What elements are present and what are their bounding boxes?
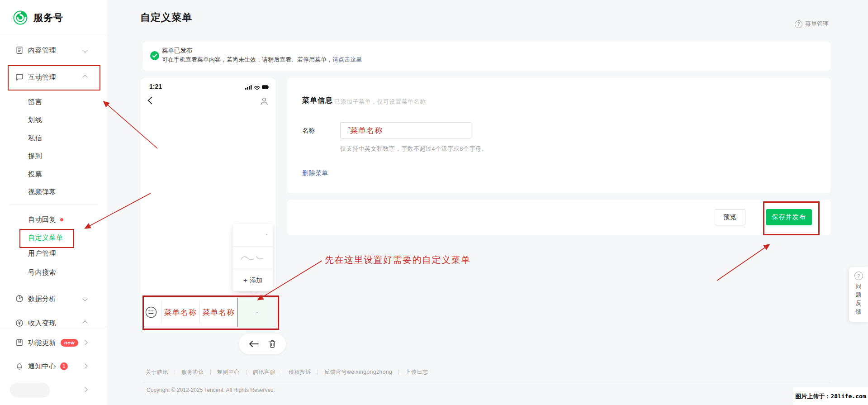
publish-status-banner: 菜单已发布 可在手机查看菜单内容，若尚未生效，请稍后查看。若停用菜单，请点击这里 bbox=[143, 42, 830, 71]
banner-title: 菜单已发布 bbox=[162, 47, 193, 55]
menu-info-panel: 菜单信息 已添加子菜单，仅可设置菜单名称 名称 菜单名称 仅支持中英文和数字，字… bbox=[287, 78, 830, 193]
submenu-item[interactable] bbox=[233, 247, 273, 269]
sidebar-item-account[interactable] bbox=[0, 381, 107, 399]
phone-preview: 1:21 bbox=[140, 78, 276, 327]
sidebar-item-label: 数据分析 bbox=[28, 295, 56, 303]
footer-separator bbox=[282, 370, 282, 375]
sidebar-item-user-mgmt[interactable]: 用户管理 bbox=[0, 244, 107, 262]
preview-button[interactable]: 预览 bbox=[715, 209, 745, 225]
sidebar-item-label: 私信 bbox=[28, 134, 42, 143]
signal-icon bbox=[245, 85, 252, 90]
sidebar-item-private-msg[interactable]: 私信 bbox=[0, 129, 107, 147]
footer-separator bbox=[246, 370, 247, 375]
success-check-icon bbox=[150, 51, 159, 60]
chevron-up-icon bbox=[82, 75, 87, 80]
question-circle-icon: ? bbox=[854, 272, 863, 280]
wechat-service-logo-icon bbox=[13, 10, 28, 25]
sidebar-item-interact-mgmt[interactable]: 互动管理 bbox=[0, 68, 107, 86]
sidebar-item-underline[interactable]: 划线 bbox=[0, 111, 107, 129]
wifi-icon bbox=[255, 86, 260, 89]
plus-icon: + bbox=[243, 276, 247, 285]
action-bar: 预览 保存并发布 bbox=[287, 200, 830, 235]
brand: 服务号 bbox=[13, 10, 63, 25]
wechat-official-account-admin: 服务号 内容管理 互动管理 留言 划线 私信 提到 投票 视频 bbox=[0, 0, 868, 405]
sidebar-item-label: 提到 bbox=[28, 152, 42, 161]
sidebar-item-feature-update[interactable]: 功能更新new bbox=[0, 334, 107, 352]
sidebar-bottom-panel: 功能更新new 通知中心1 bbox=[0, 327, 107, 405]
footer-link[interactable]: 反馈官号weixingongzhong bbox=[324, 368, 392, 376]
sidebar: 服务号 内容管理 互动管理 留言 划线 私信 提到 投票 视频 bbox=[0, 0, 107, 405]
submenu-popup: + 添加 bbox=[233, 224, 273, 291]
footer-link[interactable]: 关于腾讯 bbox=[146, 368, 168, 376]
sidebar-divider bbox=[9, 205, 98, 205]
sidebar-item-label-active: 自定义菜单 bbox=[28, 233, 63, 242]
footer-link[interactable]: 腾讯客服 bbox=[253, 368, 275, 376]
page-title: 自定义菜单 bbox=[140, 11, 192, 24]
contact-person-icon[interactable] bbox=[260, 97, 269, 106]
book-bookmark-icon bbox=[15, 338, 24, 347]
menu-slot-1[interactable]: 菜单名称 bbox=[161, 298, 199, 327]
document-icon bbox=[15, 46, 24, 54]
delete-menu-link[interactable]: 删除菜单 bbox=[302, 169, 328, 177]
sidebar-item-video-danmu[interactable]: 视频弹幕 bbox=[0, 183, 107, 201]
sidebar-item-data-analysis[interactable]: 数据分析 bbox=[0, 290, 107, 308]
sidebar-item-label: 收入变现 bbox=[28, 319, 56, 328]
name-helper-text: 仅支持中英文和数字，字数不超过4个汉字或8个字母。 bbox=[340, 145, 488, 153]
feedback-widget[interactable]: ? 问题反馈 bbox=[849, 267, 868, 322]
back-chevron-icon[interactable] bbox=[148, 97, 156, 105]
sidebar-item-account-search[interactable]: 号内搜索 bbox=[0, 263, 107, 281]
image-watermark: 图片上传于：28life.com bbox=[793, 387, 868, 405]
new-badge: new bbox=[61, 339, 78, 347]
sidebar-item-votes[interactable]: 投票 bbox=[0, 165, 107, 183]
submenu-item[interactable] bbox=[233, 224, 273, 247]
sidebar-item-label: 投票 bbox=[28, 170, 42, 179]
menu-management-help[interactable]: ? 菜单管理 bbox=[795, 20, 829, 28]
menu-name: 菜单名称 bbox=[202, 307, 235, 318]
sidebar-item-label: 通知中心1 bbox=[28, 362, 68, 371]
sidebar-item-custom-menu[interactable]: 自定义菜单 bbox=[0, 229, 107, 247]
brand-name: 服务号 bbox=[33, 11, 63, 24]
footer-link[interactable]: 上传日志 bbox=[405, 368, 428, 376]
add-label: 添加 bbox=[250, 276, 262, 285]
name-label: 名称 bbox=[302, 127, 315, 135]
sidebar-item-label: 功能更新new bbox=[28, 338, 78, 347]
footer-divider bbox=[143, 382, 830, 382]
sidebar-item-label: 号内搜索 bbox=[28, 268, 56, 277]
menu-name-input[interactable]: 菜单名称 bbox=[340, 122, 471, 138]
disable-menu-link[interactable]: 请点击这里 bbox=[332, 56, 362, 63]
footer-separator bbox=[210, 370, 211, 375]
footer-link[interactable]: 服务协议 bbox=[181, 368, 204, 376]
footer-link[interactable]: 规则中心 bbox=[217, 368, 240, 376]
battery-icon bbox=[262, 85, 269, 89]
chevron-up-icon bbox=[82, 320, 87, 325]
sidebar-item-comments[interactable]: 留言 bbox=[0, 93, 107, 111]
sidebar-item-notifications[interactable]: 通知中心1 bbox=[0, 357, 107, 375]
add-submenu-button[interactable]: + 添加 bbox=[233, 269, 273, 291]
sidebar-item-content-mgmt[interactable]: 内容管理 bbox=[0, 41, 107, 59]
annotation-note: 先在这里设置好需要的自定义菜单 bbox=[325, 254, 471, 266]
footer-separator bbox=[398, 370, 399, 375]
count-badge: 1 bbox=[60, 362, 68, 370]
menu-name-value: 菜单名称 bbox=[350, 125, 383, 136]
sidebar-item-label: 内容管理 bbox=[28, 46, 56, 55]
chat-bubble-icon bbox=[15, 73, 24, 81]
sidebar-item-mentions[interactable]: 提到 bbox=[0, 147, 107, 165]
yen-circle-icon bbox=[15, 319, 24, 327]
menu-slot-3-selected[interactable] bbox=[237, 298, 276, 327]
preview-toolbar bbox=[239, 334, 286, 354]
footer-separator bbox=[175, 370, 175, 375]
chevron-right-icon bbox=[82, 387, 87, 392]
sidebar-item-label: 视频弹幕 bbox=[28, 188, 56, 196]
help-label: 菜单管理 bbox=[805, 20, 829, 28]
sidebar-item-label: 用户管理 bbox=[28, 249, 56, 258]
sidebar-item-label: 自动回复 bbox=[28, 215, 63, 224]
back-arrow-button[interactable] bbox=[249, 341, 259, 347]
menu-slot-2[interactable]: 菜单名称 bbox=[199, 298, 237, 327]
sidebar-item-auto-reply[interactable]: 自动回复 bbox=[0, 210, 107, 229]
save-publish-button[interactable]: 保存并发布 bbox=[766, 209, 812, 225]
trash-button[interactable] bbox=[269, 340, 276, 348]
phone-menu-bar: 菜单名称 菜单名称 bbox=[140, 297, 276, 327]
sidebar-divider bbox=[0, 36, 106, 36]
sidebar-item-label: 划线 bbox=[28, 116, 42, 124]
footer-link[interactable]: 侵权投诉 bbox=[289, 368, 311, 376]
